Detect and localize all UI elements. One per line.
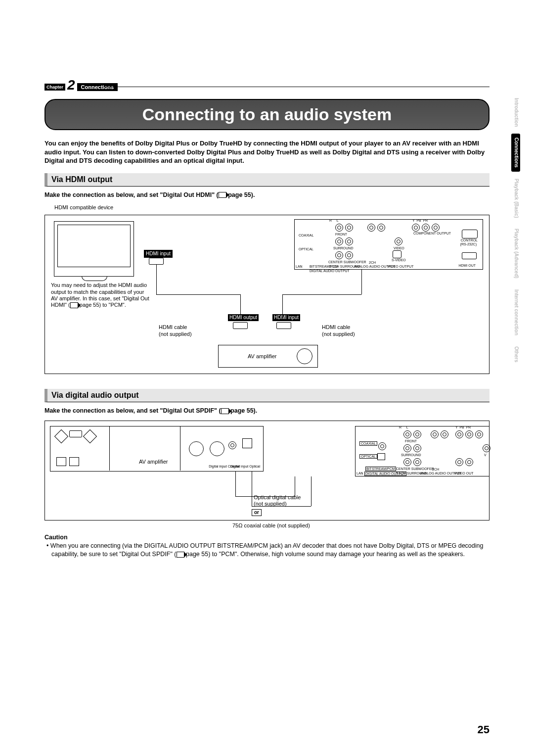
instruction-digital: Make the connection as below, and set "D… (44, 407, 490, 414)
hdmi-cable-label-1: HDMI cable (not supplied) (159, 324, 192, 337)
hdmi-output-label: HDMI output (228, 314, 259, 321)
intro-text: You can enjoy the benefits of Dolby Digi… (44, 139, 490, 165)
chapter-label: Chapter (44, 84, 65, 91)
page-title: Connecting to an audio system (65, 105, 469, 124)
player-rear-panel: COAXIAL OPTICAL LAN BITSTREAM/PCM DIGITA… (294, 219, 483, 270)
xref-icon (221, 408, 229, 414)
header-rule (104, 87, 490, 87)
caution-text: • When you are connecting (via the DIGIT… (44, 542, 490, 559)
side-tabs: Introduction Connections Playback (Basic… (511, 94, 520, 366)
coax-cable-label: 75Ω coaxial cable (not supplied) (232, 522, 490, 529)
page-number: 25 (478, 723, 490, 736)
side-tab-playback-basic: Playback (Basic) (511, 175, 520, 222)
player-panel-2: COAXIAL OPTICAL LAN BITSTREAM/PCM DIGITA… (355, 426, 489, 476)
side-tab-others: Others (511, 342, 520, 366)
xref-icon (177, 552, 184, 558)
optical-cable-label: Optical digital cable (not supplied) (254, 494, 301, 507)
side-tab-connections: Connections (511, 134, 520, 172)
knob-icon (297, 348, 312, 364)
chapter-name: Connections (77, 83, 118, 91)
hdmi-cable-label-2: HDMI cable (not supplied) (322, 324, 355, 337)
hdmi-input2-label: HDMI input (272, 314, 300, 321)
xref-icon (219, 192, 226, 198)
hdmi-note: You may need to adjust the HDMI audio ou… (51, 282, 150, 308)
or-label: or (252, 509, 262, 516)
chapter-tab: Chapter 2 Connections (44, 79, 118, 95)
chapter-number: 2 (67, 77, 75, 93)
hdmi-device-label: HDMI compatible device (54, 204, 490, 211)
section-heading-digital: Via digital audio output (44, 389, 490, 402)
page-title-bar: Connecting to an audio system (44, 99, 490, 130)
diagram-hdmi: HDMI input You may need to adjust the HD… (44, 215, 490, 374)
diagram-digital: Digital input Coaxial Digital input Opti… (44, 421, 490, 520)
manual-page: Chapter 2 Connections Connecting to an a… (0, 0, 534, 578)
instruction-hdmi: Make the connection as below, and set "D… (44, 191, 490, 198)
side-tab-internet: Internet connection (511, 285, 520, 339)
av-amp-label: AV amplifier (248, 353, 276, 360)
xref-icon (70, 302, 78, 308)
hdmi-input-label: HDMI input (144, 250, 173, 258)
side-tab-playback-advanced: Playback (Advanced) (511, 225, 520, 283)
side-tab-introduction: Introduction (511, 94, 520, 131)
caution-heading: Caution (44, 534, 490, 541)
tv-icon (54, 221, 134, 277)
section-heading-hdmi: Via HDMI output (44, 173, 490, 187)
